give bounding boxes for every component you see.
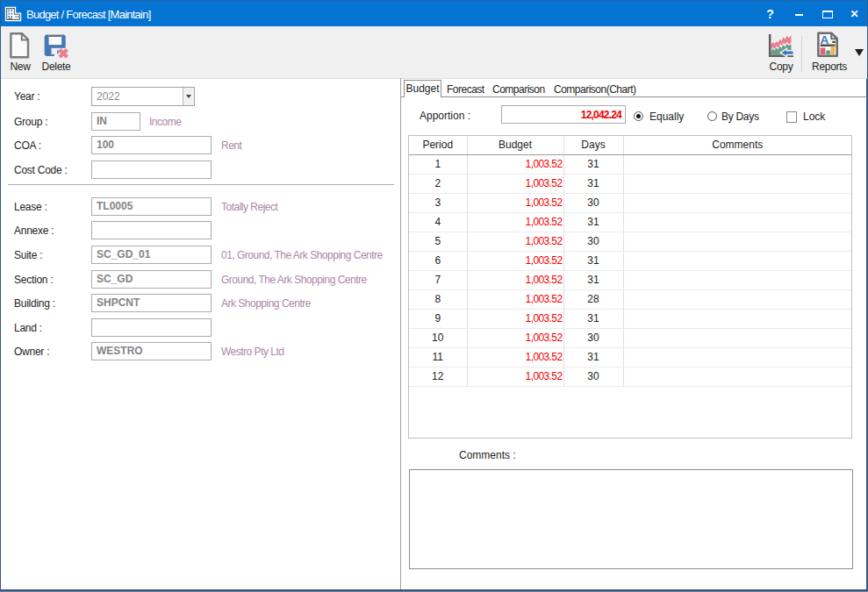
- svg-text:A: A: [821, 33, 829, 46]
